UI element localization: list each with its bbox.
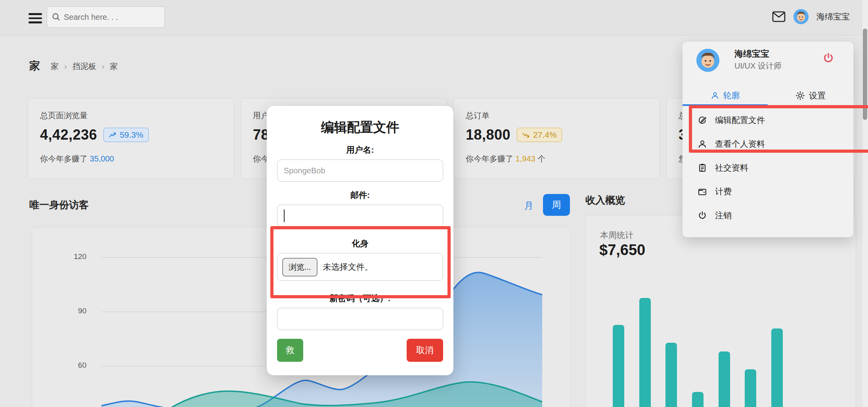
avatar-face-icon bbox=[793, 9, 809, 24]
edit-profile-modal: 编辑配置文件 用户名: 邮件: 化身 浏览... 未选择文件。 新密码（可选）:… bbox=[267, 106, 453, 375]
new-password-label: 新密码（可选）: bbox=[277, 293, 443, 304]
trend-badge: 27.4% bbox=[517, 128, 562, 142]
top-navbar: 海绵宝宝 bbox=[0, 0, 868, 36]
dropdown-user-name: 海绵宝宝 bbox=[734, 48, 769, 60]
cancel-button[interactable]: 取消 bbox=[407, 339, 443, 362]
edit-pen-icon bbox=[698, 115, 707, 125]
breadcrumb: 家 › 挡泥板 › 家 bbox=[51, 61, 118, 72]
no-file-chosen-text: 未选择文件。 bbox=[323, 261, 373, 273]
trend-up-icon bbox=[109, 132, 117, 138]
stat-note: 你今年多赚了 1,943 个 bbox=[466, 154, 647, 164]
y-axis-tick: 120 bbox=[63, 252, 86, 261]
new-password-input[interactable] bbox=[277, 308, 443, 330]
nav-user-name[interactable]: 海绵宝宝 bbox=[816, 11, 850, 22]
menu-item-view-profile[interactable]: 查看个人资料 bbox=[683, 132, 853, 156]
clipboard-icon bbox=[698, 163, 707, 173]
logout-power-icon[interactable] bbox=[822, 52, 834, 65]
stat-value: 18,800 bbox=[466, 127, 510, 143]
breadcrumb-separator: › bbox=[102, 62, 105, 71]
stat-value: 4,42,236 bbox=[40, 127, 97, 143]
breadcrumb-current: 家 bbox=[110, 61, 118, 72]
revenue-card: 本周统计 $7,650 bbox=[585, 215, 856, 407]
week-toggle-button[interactable]: 周 bbox=[543, 194, 570, 216]
stat-note: 你今年多赚了 35,000 bbox=[40, 154, 222, 164]
dashboard-page: 海绵宝宝 家 家 › 挡泥板 › 家 总页面浏览量 4,42,236 59.3%… bbox=[0, 0, 868, 407]
stat-label: 总订单 bbox=[466, 110, 647, 121]
dropdown-user-role: UI/UX 设计师 bbox=[734, 61, 782, 71]
gear-icon bbox=[795, 91, 805, 100]
breadcrumb-separator: › bbox=[64, 62, 67, 71]
search-icon bbox=[52, 13, 61, 21]
y-axis-tick: 60 bbox=[63, 361, 86, 370]
visitors-section-title: 唯一身份访客 bbox=[29, 198, 89, 211]
stat-card-orders: 总订单 18,800 27.4% 你今年多赚了 1,943 个 bbox=[453, 98, 660, 179]
username-input[interactable] bbox=[277, 159, 443, 182]
y-axis-tick: 90 bbox=[63, 307, 86, 315]
dropdown-avatar bbox=[696, 49, 719, 72]
avatar-label: 化身 bbox=[277, 238, 443, 249]
breadcrumb-dashboard[interactable]: 挡泥板 bbox=[73, 61, 96, 72]
active-tab-indicator bbox=[683, 104, 768, 106]
hamburger-menu-icon[interactable] bbox=[29, 13, 42, 23]
menu-item-logout[interactable]: 注销 bbox=[683, 204, 853, 227]
modal-title: 编辑配置文件 bbox=[277, 119, 443, 136]
wallet-icon bbox=[698, 187, 707, 196]
page-scrollbar-track bbox=[862, 0, 868, 407]
email-input[interactable] bbox=[277, 205, 443, 227]
person-icon bbox=[698, 139, 707, 149]
user-avatar[interactable] bbox=[793, 9, 809, 24]
revenue-bar-chart bbox=[586, 215, 857, 407]
menu-item-edit-profile[interactable]: 编辑配置文件 bbox=[683, 108, 853, 132]
browse-button[interactable]: 浏览... bbox=[282, 258, 317, 276]
dropdown-menu: 编辑配置文件 查看个人资料 社交资料 计费 注销 bbox=[683, 108, 853, 227]
mail-icon[interactable] bbox=[772, 11, 786, 22]
menu-item-social-profile[interactable]: 社交资料 bbox=[683, 156, 853, 180]
person-icon bbox=[711, 91, 719, 100]
power-icon bbox=[698, 211, 707, 220]
stat-label: 总页面浏览量 bbox=[40, 110, 222, 121]
trend-badge: 59.3% bbox=[103, 128, 149, 142]
tab-profile[interactable]: 轮廓 bbox=[683, 85, 768, 106]
month-toggle-button[interactable]: 月 bbox=[518, 196, 539, 215]
trend-down-icon bbox=[522, 132, 530, 138]
save-button[interactable]: 救 bbox=[277, 339, 303, 362]
dropdown-tabs: 轮廓 设置 bbox=[683, 85, 853, 106]
avatar-file-input[interactable]: 浏览... 未选择文件。 bbox=[277, 253, 443, 281]
tab-settings[interactable]: 设置 bbox=[768, 85, 854, 106]
breadcrumb-home[interactable]: 家 bbox=[51, 61, 59, 72]
text-cursor bbox=[284, 209, 285, 222]
search-box bbox=[47, 6, 165, 28]
email-label: 邮件: bbox=[277, 190, 443, 201]
stat-card-pageviews: 总页面浏览量 4,42,236 59.3% 你今年多赚了 35,000 bbox=[28, 98, 234, 179]
avatar-face-icon bbox=[696, 49, 719, 72]
menu-item-billing[interactable]: 计费 bbox=[683, 180, 853, 204]
user-dropdown-panel: 海绵宝宝 UI/UX 设计师 轮廓 设置 编辑配置文件 查看个人资料 bbox=[683, 42, 853, 237]
username-label: 用户名: bbox=[277, 144, 443, 156]
search-input[interactable] bbox=[64, 13, 155, 22]
revenue-section-title: 收入概览 bbox=[585, 194, 625, 207]
page-title: 家 bbox=[29, 59, 40, 73]
page-scrollbar-thumb[interactable] bbox=[863, 29, 867, 120]
